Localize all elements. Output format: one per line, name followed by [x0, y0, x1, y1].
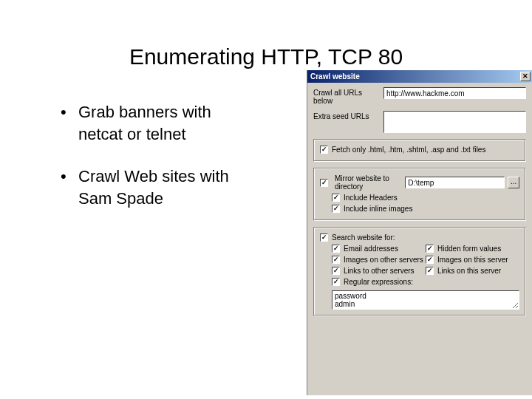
include-headers-checkbox[interactable]	[332, 194, 340, 202]
dialog-titlebar: Crawl website ✕	[307, 70, 532, 83]
email-label: Email addresses	[344, 245, 398, 253]
slide-title: Enumerating HTTP, TCP 80	[0, 44, 532, 69]
hidden-checkbox[interactable]	[426, 245, 434, 253]
dialog-body: Crawl all URLs below Extra seed URLs Fet…	[307, 83, 532, 321]
bullet-list: Grab banners with netcat or telnet Crawl…	[30, 101, 251, 231]
links-this-label: Links on this server	[437, 267, 501, 275]
search-website-label: Search website for:	[332, 233, 395, 242]
seed-url-label: Extra seed URLs	[313, 111, 383, 120]
include-images-checkbox[interactable]	[332, 205, 340, 213]
include-images-label: Include inline images	[344, 205, 412, 213]
mirror-group: Mirror website to directory ... Include …	[313, 168, 526, 221]
img-other-checkbox[interactable]	[332, 256, 340, 264]
hidden-label: Hidden form values	[437, 245, 501, 253]
fetch-group: Fetch only .html, .htm, .shtml, .asp and…	[313, 139, 526, 162]
links-this-checkbox[interactable]	[426, 267, 434, 275]
search-website-checkbox[interactable]	[320, 233, 328, 242]
img-other-label: Images on other servers	[344, 256, 423, 264]
mirror-path-input[interactable]	[405, 177, 505, 188]
img-this-label: Images on this server	[437, 256, 508, 264]
bullet-item: Grab banners with netcat or telnet	[59, 101, 251, 145]
crawl-url-input[interactable]	[383, 87, 526, 99]
dialog-title: Crawl website	[310, 72, 360, 81]
fetch-only-label: Fetch only .html, .htm, .shtml, .asp and…	[332, 146, 485, 154]
regex-checkbox[interactable]	[332, 278, 340, 286]
crawl-website-dialog: Crawl website ✕ Crawl all URLs below Ext…	[307, 70, 532, 395]
img-this-checkbox[interactable]	[426, 256, 434, 264]
include-headers-label: Include Headers	[344, 194, 398, 202]
search-group: Search website for: Email addresses Hidd…	[313, 227, 526, 316]
links-other-label: Links to other servers	[344, 267, 415, 275]
mirror-checkbox[interactable]	[320, 179, 328, 187]
links-other-checkbox[interactable]	[332, 267, 340, 275]
crawl-url-label: Crawl all URLs below	[313, 87, 383, 105]
regex-input[interactable]	[332, 290, 519, 310]
regex-label: Regular expressions:	[344, 278, 413, 286]
fetch-only-checkbox[interactable]	[320, 146, 328, 154]
email-checkbox[interactable]	[332, 245, 340, 253]
seed-url-input[interactable]	[383, 111, 526, 133]
mirror-label: Mirror website to directory	[335, 174, 399, 191]
close-button[interactable]: ✕	[520, 72, 531, 81]
browse-button[interactable]: ...	[508, 177, 519, 188]
bullet-item: Crawl Web sites with Sam Spade	[59, 166, 251, 209]
